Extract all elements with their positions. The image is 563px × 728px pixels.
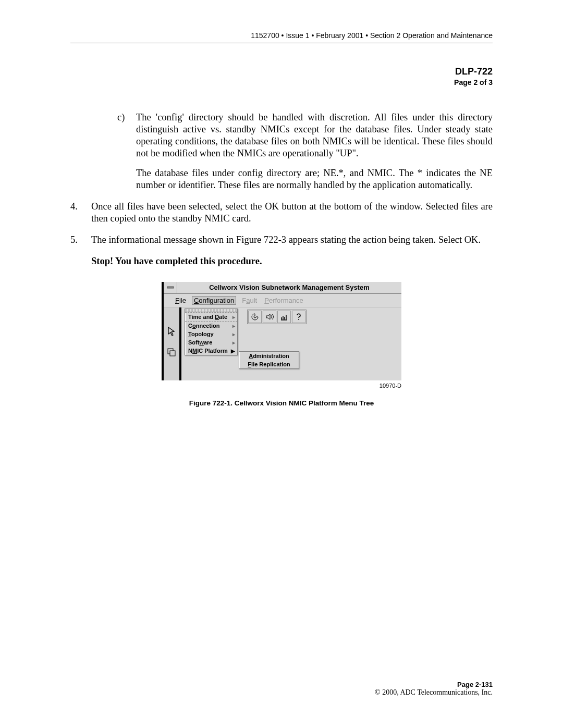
menu-item-nmic-platform[interactable]: NMIC Platform ▶ bbox=[185, 347, 237, 355]
pointer-icon[interactable] bbox=[166, 326, 177, 339]
sidebar bbox=[164, 307, 181, 380]
list-marker: 5. bbox=[70, 234, 91, 246]
figure-722-1: Cellworx Vision Subnetwork Management Sy… bbox=[70, 282, 493, 407]
menubar: File Configuration Fault Performance bbox=[164, 294, 401, 307]
window-title: Cellworx Vision Subnetwork Management Sy… bbox=[177, 282, 401, 293]
toolbar bbox=[247, 310, 307, 324]
menu-item-connection[interactable]: Connection ▸ bbox=[185, 322, 237, 330]
chevron-right-icon: ▸ bbox=[232, 323, 235, 329]
workarea: Time and Date ▸ Connection ▸ Topology ▸ bbox=[164, 307, 401, 380]
footer: Page 2-131 © 2000, ADC Telecommunication… bbox=[375, 681, 493, 697]
svg-point-3 bbox=[298, 319, 299, 320]
running-header: 1152700 • Issue 1 • February 2001 • Sect… bbox=[70, 31, 493, 43]
dlp-title: DLP-722 bbox=[70, 66, 493, 77]
menu-item-software[interactable]: Software ▸ bbox=[185, 338, 237, 347]
menu-item-topology[interactable]: Topology ▸ bbox=[185, 330, 237, 338]
list-para: The informational message shown in Figur… bbox=[91, 234, 493, 246]
menu-configuration[interactable]: Configuration bbox=[192, 296, 236, 305]
submenu-item-file-replication[interactable]: File Replication bbox=[239, 360, 299, 368]
chevron-right-icon: ▸ bbox=[232, 331, 235, 337]
figure-caption: Figure 722-1. Cellworx Vision NMIC Platf… bbox=[70, 399, 493, 407]
svg-rect-0 bbox=[167, 287, 174, 288]
tool-palette-icon[interactable] bbox=[248, 311, 262, 323]
list-para: The 'config' directory should be handled… bbox=[136, 112, 493, 160]
dlp-block: DLP-722 Page 2 of 3 bbox=[70, 66, 493, 87]
list-marker: c) bbox=[117, 112, 136, 160]
nmic-platform-submenu: Administration File Replication bbox=[239, 351, 299, 369]
menu-item-time-and-date[interactable]: Time and Date ▸ bbox=[185, 312, 237, 322]
app-window: Cellworx Vision Subnetwork Management Sy… bbox=[162, 282, 401, 380]
chevron-right-icon: ▸ bbox=[232, 314, 235, 320]
submenu-item-administration[interactable]: Administration bbox=[239, 352, 299, 360]
stop-line: Stop! You have completed this procedure. bbox=[91, 255, 493, 267]
tool-sound-icon[interactable] bbox=[263, 311, 276, 323]
footer-page: Page 2-131 bbox=[375, 681, 493, 688]
list-item-c-cont: The database files under config director… bbox=[136, 167, 493, 191]
chevron-right-icon: ▶ bbox=[231, 348, 235, 354]
figure-id: 10970-D bbox=[162, 382, 401, 389]
menu-fault[interactable]: Fault bbox=[242, 297, 257, 304]
list-item-4: 4. Once all files have been selected, se… bbox=[70, 201, 493, 225]
dlp-page: Page 2 of 3 bbox=[70, 78, 493, 87]
list-para: Once all files have been selected, selec… bbox=[91, 201, 493, 225]
system-menu-icon[interactable] bbox=[164, 282, 177, 293]
tool-help-icon[interactable] bbox=[292, 311, 305, 323]
menu-performance[interactable]: Performance bbox=[264, 297, 303, 304]
menu-file[interactable]: File bbox=[175, 297, 186, 304]
canvas: Time and Date ▸ Connection ▸ Topology ▸ bbox=[181, 307, 401, 380]
header-rule bbox=[70, 43, 493, 43]
list-item-c: c) The 'config' directory should be hand… bbox=[117, 112, 493, 160]
stack-icon[interactable] bbox=[166, 347, 177, 360]
list-marker: 4. bbox=[70, 201, 91, 225]
svg-rect-2 bbox=[170, 351, 175, 356]
titlebar: Cellworx Vision Subnetwork Management Sy… bbox=[164, 282, 401, 294]
chevron-right-icon: ▸ bbox=[232, 340, 235, 346]
tool-chart-icon[interactable] bbox=[277, 311, 291, 323]
configuration-dropdown: Time and Date ▸ Connection ▸ Topology ▸ bbox=[185, 309, 238, 355]
footer-copyright: © 2000, ADC Telecommunications, Inc. bbox=[375, 688, 493, 697]
list-item-5: 5. The informational message shown in Fi… bbox=[70, 234, 493, 246]
